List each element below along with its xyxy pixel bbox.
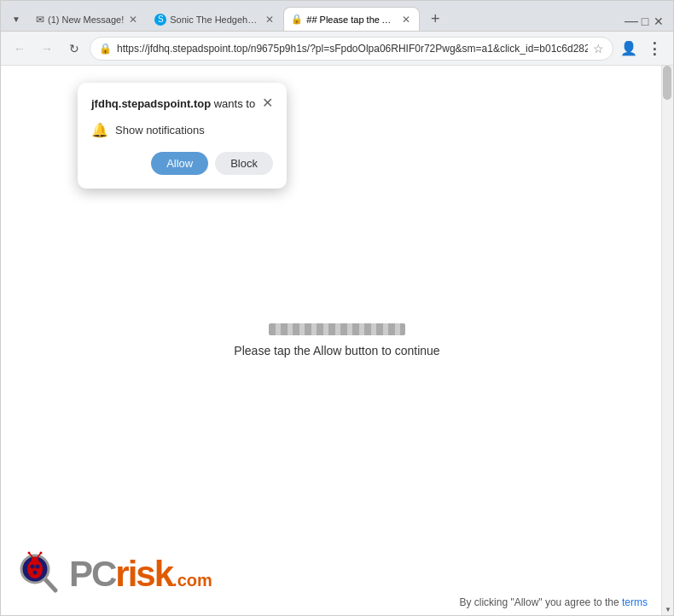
tab-1[interactable]: ✉ (1) New Message! ✕ (28, 7, 147, 31)
popup-permission-text: Show notifications (115, 124, 205, 137)
new-tab-button[interactable]: + (423, 7, 447, 31)
popup-wants-to: wants to (211, 97, 255, 110)
tab-3-title: ## Please tap the Allow button... (306, 15, 397, 25)
svg-point-2 (32, 556, 38, 563)
terms-link[interactable]: terms (622, 596, 648, 608)
maximize-button[interactable]: □ (639, 15, 651, 27)
pcrisk-text-logo: PC risk .com (69, 556, 212, 592)
tab-2-close[interactable]: ✕ (264, 12, 276, 27)
forward-button[interactable]: → (35, 37, 59, 61)
popup-domain: jfdhq.stepadspoint.top (91, 97, 211, 110)
progress-bar (269, 323, 405, 335)
notification-popup: jfdhq.stepadspoint.top wants to ✕ 🔔 Show… (78, 83, 287, 189)
tab-3[interactable]: 🔒 ## Please tap the Allow button... ✕ (283, 7, 420, 31)
tab-3-favicon: 🔒 (291, 14, 303, 25)
bell-icon: 🔔 (91, 122, 108, 138)
scrollbar-thumb[interactable] (663, 66, 671, 100)
svg-line-6 (45, 579, 55, 590)
block-button[interactable]: Block (215, 152, 273, 175)
tab-dropdown-btn[interactable]: ▼ (4, 7, 28, 31)
scrollbar[interactable]: ▲ ▼ (661, 66, 673, 615)
progress-bar-container (269, 323, 405, 335)
pc-text: PC (69, 556, 115, 592)
address-input[interactable] (117, 43, 588, 55)
back-button[interactable]: ← (8, 37, 32, 61)
tab-1-close[interactable]: ✕ (127, 12, 139, 27)
toolbar: ← → ↻ 🔒 ☆ 👤 ⋮ (1, 32, 673, 66)
bottom-logo-area: PC risk .com (15, 550, 212, 598)
svg-point-4 (36, 565, 40, 569)
svg-point-11 (40, 552, 43, 555)
reload-button[interactable]: ↻ (62, 37, 86, 61)
tab-1-favicon: ✉ (36, 14, 44, 26)
bookmark-star-icon[interactable]: ☆ (593, 42, 604, 55)
popup-buttons: Allow Block (91, 152, 273, 175)
svg-point-10 (28, 552, 31, 555)
popup-close-button[interactable]: ✕ (262, 96, 273, 110)
page-content: jfdhq.stepadspoint.top wants to ✕ 🔔 Show… (1, 66, 673, 615)
browser-window: ▼ ✉ (1) New Message! ✕ S Sonic The Hedge… (0, 0, 674, 616)
popup-notification-row: 🔔 Show notifications (91, 122, 273, 138)
tab-3-close[interactable]: ✕ (400, 12, 412, 27)
tab-2[interactable]: S Sonic The Hedgehog 3 (2024)... ✕ (147, 7, 283, 31)
allow-button[interactable]: Allow (151, 152, 208, 175)
svg-point-5 (33, 571, 38, 575)
dotcom-text: .com (172, 572, 212, 589)
address-bar-container: 🔒 ☆ (90, 37, 613, 61)
popup-title: jfdhq.stepadspoint.top wants to (91, 96, 255, 112)
account-button[interactable]: 👤 (617, 37, 641, 61)
tab-2-title: Sonic The Hedgehog 3 (2024)... (170, 15, 260, 25)
pcrisk-logo-icon (15, 550, 62, 598)
close-button[interactable]: ✕ (653, 15, 665, 27)
minimize-button[interactable]: — (625, 15, 637, 27)
tab-bar: ▼ ✉ (1) New Message! ✕ S Sonic The Hedge… (1, 1, 673, 32)
page-instruction-text: Please tap the Allow button to continue (234, 344, 439, 357)
tab-1-title: (1) New Message! (48, 15, 124, 25)
toolbar-right: 👤 ⋮ (617, 37, 666, 61)
bottom-disclaimer-text: By clicking "Allow" you agree to the (459, 596, 619, 608)
menu-button[interactable]: ⋮ (642, 37, 666, 61)
risk-text: risk (115, 556, 172, 592)
bottom-right-text: By clicking "Allow" you agree to the ter… (459, 596, 648, 608)
svg-point-3 (31, 565, 35, 569)
scrollbar-down[interactable]: ▼ (662, 603, 673, 615)
ssl-lock-icon: 🔒 (99, 43, 112, 55)
window-controls: — □ ✕ (625, 15, 670, 31)
popup-header: jfdhq.stepadspoint.top wants to ✕ (91, 96, 273, 112)
tab-2-favicon: S (154, 14, 166, 26)
